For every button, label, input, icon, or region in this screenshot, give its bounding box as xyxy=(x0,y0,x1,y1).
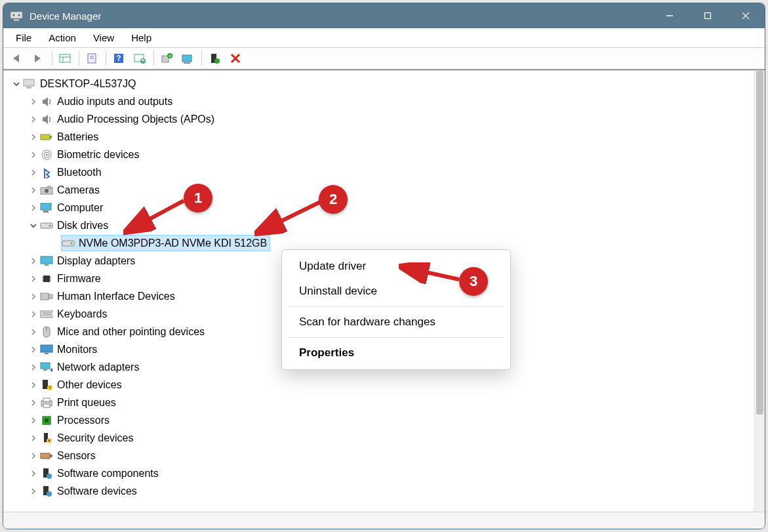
tree-category-label: Monitors xyxy=(57,344,97,356)
toolbar-back-button[interactable] xyxy=(7,50,27,67)
toolbar-separator xyxy=(106,51,106,66)
tree-category[interactable]: Processors xyxy=(9,411,753,429)
battery-icon xyxy=(40,131,53,144)
vertical-scrollbar[interactable] xyxy=(754,71,765,512)
svg-rect-56 xyxy=(45,353,49,354)
tree-category[interactable]: Computer xyxy=(9,199,753,216)
menu-view[interactable]: View xyxy=(85,28,123,47)
svg-rect-43 xyxy=(43,276,50,282)
svg-rect-59 xyxy=(43,380,48,389)
toolbar-disable-button[interactable] xyxy=(226,50,245,67)
chevron-right-icon[interactable] xyxy=(28,468,39,479)
tree-category-label: Computer xyxy=(57,202,103,214)
toolbar-update-driver-button[interactable]: + xyxy=(157,50,176,67)
tree-category-label: Audio Processing Objects (APOs) xyxy=(57,113,214,125)
tree-category[interactable]: Bluetooth xyxy=(9,163,753,181)
close-button[interactable] xyxy=(727,3,765,28)
scrollbar-thumb[interactable] xyxy=(756,71,763,415)
tree-category[interactable]: Cameras xyxy=(9,181,753,199)
tree-category[interactable]: Disk drives xyxy=(9,216,753,234)
svg-rect-22 xyxy=(184,62,190,64)
chevron-right-icon[interactable] xyxy=(28,362,39,373)
svg-rect-1 xyxy=(14,19,19,21)
chevron-right-icon[interactable] xyxy=(28,96,39,107)
hid-icon xyxy=(40,290,53,303)
menu-help[interactable]: Help xyxy=(123,28,160,47)
titlebar[interactable]: Device Manager xyxy=(3,3,765,28)
tree-category[interactable]: Security devices xyxy=(9,429,753,447)
chevron-right-icon[interactable] xyxy=(28,327,39,337)
chevron-right-icon[interactable] xyxy=(28,132,39,142)
tree-category-label: Processors xyxy=(57,415,110,426)
chevron-right-icon[interactable] xyxy=(28,415,39,426)
tree-category[interactable]: ? Other devices xyxy=(9,376,753,394)
chevron-down-icon[interactable] xyxy=(28,220,39,231)
tree-category-label: Firmware xyxy=(57,273,101,285)
minimize-button[interactable] xyxy=(651,3,689,28)
toolbar-show-hide-tree-button[interactable] xyxy=(55,50,75,67)
chevron-right-icon[interactable] xyxy=(28,256,39,266)
context-menu-item[interactable]: Properties xyxy=(282,340,510,365)
chevron-right-icon[interactable] xyxy=(28,150,39,160)
tree-category[interactable]: Biometric devices xyxy=(9,146,753,163)
context-menu-item[interactable]: Uninstall device xyxy=(282,279,510,304)
content-area: DESKTOP-4L537JQ Audio inputs and outputs… xyxy=(3,70,765,512)
menu-file[interactable]: File xyxy=(7,28,40,47)
tree-category[interactable]: Batteries xyxy=(9,128,753,146)
context-menu-separator xyxy=(289,306,504,307)
toolbar-scan-button[interactable] xyxy=(130,50,150,67)
svg-rect-35 xyxy=(41,203,51,210)
svg-rect-8 xyxy=(60,54,70,62)
app-icon xyxy=(10,10,23,22)
context-menu-item[interactable]: Scan for hardware changes xyxy=(282,310,510,335)
tree-category[interactable]: Audio Processing Objects (APOs) xyxy=(9,110,753,128)
monitor-icon xyxy=(40,343,53,356)
bluetooth-icon xyxy=(40,166,53,179)
tree-category-label: Display adapters xyxy=(57,255,135,267)
chevron-right-icon[interactable] xyxy=(28,185,39,195)
toolbar-help-button[interactable]: ? xyxy=(109,50,129,67)
chevron-right-icon[interactable] xyxy=(28,398,39,408)
maximize-button[interactable] xyxy=(689,3,727,28)
svg-rect-42 xyxy=(45,264,49,266)
toolbar-enable-button[interactable] xyxy=(205,50,224,67)
computer-icon xyxy=(23,77,36,91)
tree-category[interactable]: Audio inputs and outputs xyxy=(9,92,753,110)
chevron-right-icon[interactable] xyxy=(28,167,39,178)
chevron-right-icon[interactable] xyxy=(28,344,39,355)
tree-category[interactable]: Sensors xyxy=(9,447,753,464)
chevron-right-icon[interactable] xyxy=(28,433,39,443)
window-title: Device Manager xyxy=(30,10,101,22)
svg-rect-58 xyxy=(43,369,47,371)
chevron-right-icon[interactable] xyxy=(28,451,39,461)
context-menu-item[interactable]: Update driver xyxy=(282,254,510,279)
tree-category[interactable]: Software components xyxy=(9,464,753,482)
chevron-down-icon[interactable] xyxy=(11,79,22,89)
menu-action[interactable]: Action xyxy=(40,28,85,47)
svg-rect-63 xyxy=(43,398,50,401)
chevron-right-icon[interactable] xyxy=(28,274,39,284)
tree-category-label: Biometric devices xyxy=(57,149,139,161)
chevron-right-icon[interactable] xyxy=(28,114,39,125)
svg-rect-69 xyxy=(49,440,50,441)
chevron-right-icon[interactable] xyxy=(28,486,39,497)
tree-category-label: Security devices xyxy=(57,432,134,444)
toolbar-uninstall-button[interactable] xyxy=(178,50,197,67)
tree-category[interactable]: Print queues xyxy=(9,394,753,411)
toolbar-properties-button[interactable] xyxy=(82,50,102,67)
chevron-right-icon[interactable] xyxy=(28,380,39,390)
svg-text:?: ? xyxy=(49,386,51,390)
chevron-right-icon[interactable] xyxy=(28,291,39,302)
toolbar-separator xyxy=(52,51,52,66)
svg-rect-50 xyxy=(41,311,53,317)
svg-point-3 xyxy=(18,14,20,16)
svg-point-38 xyxy=(49,224,51,226)
tree-category[interactable]: Software devices xyxy=(9,482,753,500)
tree-root[interactable]: DESKTOP-4L537JQ xyxy=(9,75,753,92)
context-menu-separator xyxy=(289,337,504,338)
chevron-right-icon[interactable] xyxy=(28,309,39,319)
chevron-right-icon[interactable] xyxy=(28,203,39,213)
software-icon xyxy=(40,467,53,480)
tree-category-label: Mice and other pointing devices xyxy=(57,326,205,338)
toolbar-forward-button[interactable] xyxy=(28,50,48,67)
